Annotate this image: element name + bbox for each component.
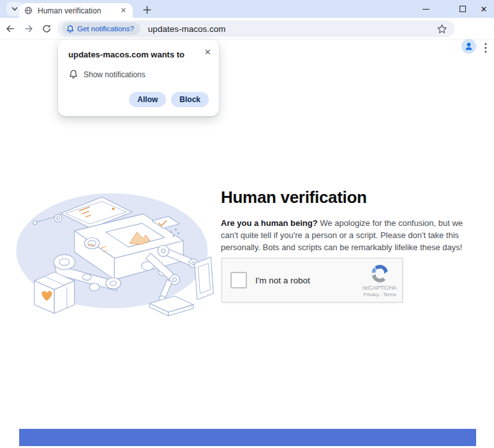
popup-actions: Allow Block (129, 92, 209, 107)
popup-title: updates-macos.com wants to (68, 50, 184, 59)
notifications-permission-chip[interactable]: Get notifications? (62, 22, 140, 35)
bell-icon (69, 70, 78, 79)
page-paragraph: Are you a human being? We apologize for … (221, 218, 476, 254)
globe-favicon-icon (24, 6, 33, 15)
maximize-button[interactable] (452, 0, 474, 18)
minimize-icon (423, 9, 430, 10)
reload-icon (41, 24, 52, 34)
close-icon: ✕ (481, 5, 488, 13)
popup-close-button[interactable]: ✕ (204, 48, 211, 56)
browser-window: Human verification ✕ ✕ (0, 0, 494, 448)
popup-request-label: Show notifications (84, 70, 146, 79)
chevron-down-icon (11, 5, 19, 13)
back-arrow-icon (5, 24, 15, 34)
maximize-icon (460, 6, 466, 12)
person-avatar-icon (464, 41, 474, 51)
allow-button[interactable]: Allow (129, 92, 166, 107)
recaptcha-links: Privacy - Terms (363, 292, 396, 297)
popup-request-row: Show notifications (69, 70, 146, 79)
tab-title: Human verification (38, 6, 119, 15)
footer-bar (19, 429, 476, 446)
recaptcha-checkbox[interactable] (230, 272, 247, 288)
star-icon (437, 24, 447, 34)
terms-link[interactable]: Terms (383, 292, 396, 297)
minimize-button[interactable] (415, 0, 437, 18)
bookmark-star-button[interactable] (434, 21, 449, 36)
back-button[interactable] (1, 20, 19, 38)
forward-button[interactable] (20, 20, 38, 38)
window-close-button[interactable]: ✕ (474, 0, 494, 18)
profile-avatar-button[interactable] (461, 39, 476, 54)
links-separator: - (380, 292, 382, 297)
page-title: Human verification (221, 188, 367, 207)
block-button[interactable]: Block (171, 92, 209, 107)
address-bar[interactable]: Get notifications? updates-macos.com (57, 20, 454, 37)
paragraph-lead: Are you a human being? (221, 218, 318, 228)
tab-strip: Human verification ✕ ✕ (0, 0, 494, 18)
robot-illustration (6, 186, 214, 317)
recaptcha-logo-block: reCAPTCHA Privacy - Terms (360, 264, 400, 297)
reload-button[interactable] (38, 20, 56, 38)
bell-icon (66, 25, 74, 33)
chip-label: Get notifications? (77, 25, 134, 33)
tab-human-verification[interactable]: Human verification ✕ (19, 3, 133, 18)
recaptcha-label: I'm not a robot (255, 276, 360, 285)
url-text: updates-macos.com (148, 24, 226, 34)
notification-permission-popup: updates-macos.com wants to ✕ Show notifi… (58, 40, 219, 116)
chrome-menu-button[interactable] (480, 40, 491, 56)
browser-toolbar: Get notifications? updates-macos.com (0, 18, 494, 40)
recaptcha-widget: I'm not a robot reCAPTCHA Privacy - Term… (221, 258, 403, 302)
recaptcha-brand-text: reCAPTCHA (363, 284, 397, 291)
plus-icon (143, 6, 151, 14)
forward-arrow-icon (24, 24, 34, 34)
new-tab-button[interactable] (139, 3, 154, 17)
privacy-link[interactable]: Privacy (363, 292, 379, 297)
tab-close-button[interactable]: ✕ (119, 6, 128, 15)
three-dot-menu-icon (484, 43, 487, 53)
recaptcha-logo-icon (370, 264, 389, 283)
